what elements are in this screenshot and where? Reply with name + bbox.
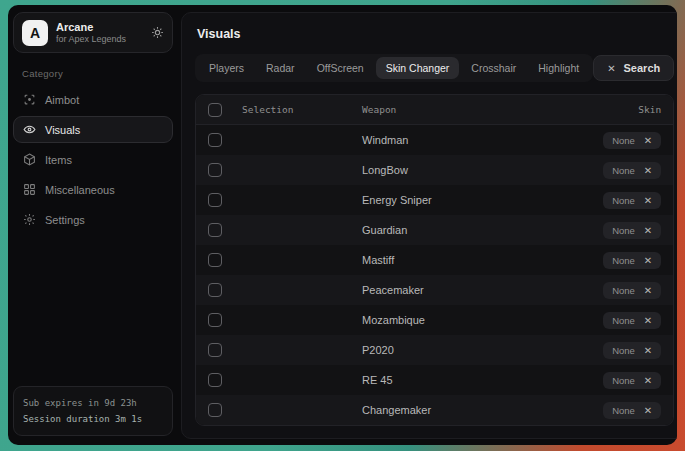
clear-skin-icon[interactable]: ✕ (644, 285, 652, 296)
sidebar-item-label: Settings (45, 214, 85, 226)
table-row: Windman None ✕ (196, 125, 673, 155)
row-checkbox[interactable] (208, 163, 222, 177)
clear-skin-icon[interactable]: ✕ (644, 315, 652, 326)
brand-settings-icon[interactable] (151, 26, 164, 39)
skin-select[interactable]: None ✕ (603, 402, 661, 419)
brand-card: A Arcane for Apex Legends (13, 12, 173, 53)
skin-value: None (612, 255, 635, 266)
table-row: Mastiff None ✕ (196, 245, 673, 275)
skin-value: None (612, 165, 635, 176)
gear-icon (23, 213, 36, 226)
tab-highlight[interactable]: Highlight (528, 57, 589, 79)
brand-text: Arcane for Apex Legends (56, 21, 126, 44)
skin-value: None (612, 375, 635, 386)
column-header-weapon: Weapon (362, 104, 571, 115)
clear-skin-icon[interactable]: ✕ (644, 375, 652, 386)
clear-skin-icon[interactable]: ✕ (644, 225, 652, 236)
table-row: Peacemaker None ✕ (196, 275, 673, 305)
table-row: LongBow None ✕ (196, 155, 673, 185)
grid-icon (23, 183, 36, 196)
table-row: Guardian None ✕ (196, 215, 673, 245)
tab-crosshair[interactable]: Crosshair (461, 57, 526, 79)
eye-icon (23, 123, 36, 136)
skin-value: None (612, 345, 635, 356)
clear-skin-icon[interactable]: ✕ (644, 405, 652, 416)
clear-skin-icon[interactable]: ✕ (644, 165, 652, 176)
skin-select[interactable]: None ✕ (603, 282, 661, 299)
weapon-name: Energy Sniper (362, 194, 571, 206)
app-window: A Arcane for Apex Legends Category Aimbo… (8, 5, 677, 445)
column-header-skin: Skin (571, 104, 661, 115)
skin-select[interactable]: None ✕ (603, 162, 661, 179)
tab-skin-changer[interactable]: Skin Changer (376, 57, 460, 79)
skin-select[interactable]: None ✕ (603, 192, 661, 209)
tab-offscreen[interactable]: OffScreen (307, 57, 374, 79)
row-checkbox[interactable] (208, 133, 222, 147)
table-row: P2020 None ✕ (196, 335, 673, 365)
skin-value: None (612, 225, 635, 236)
row-checkbox[interactable] (208, 223, 222, 237)
skin-value: None (612, 195, 635, 206)
page-title: Visuals (197, 27, 674, 41)
column-header-selection: Selection (242, 104, 362, 115)
sidebar-item-miscellaneous[interactable]: Miscellaneous (13, 176, 173, 203)
session-duration-text: Session duration 3m 1s (23, 411, 163, 427)
clear-skin-icon[interactable]: ✕ (644, 195, 652, 206)
clear-skin-icon[interactable]: ✕ (644, 135, 652, 146)
row-checkbox[interactable] (208, 253, 222, 267)
skin-select[interactable]: None ✕ (603, 252, 661, 269)
weapon-name: Guardian (362, 224, 571, 236)
row-checkbox[interactable] (208, 373, 222, 387)
weapon-name: Mozambique (362, 314, 571, 326)
skin-table: Selection Weapon Skin Windman None ✕ (195, 94, 674, 426)
sidebar-item-visuals[interactable]: Visuals (13, 116, 173, 143)
table-row: RE 45 None ✕ (196, 365, 673, 395)
search-button-label: Search (624, 62, 661, 74)
sidebar-item-aimbot[interactable]: Aimbot (13, 86, 173, 113)
weapon-name: Windman (362, 134, 571, 146)
row-checkbox[interactable] (208, 403, 222, 417)
skin-select[interactable]: None ✕ (603, 222, 661, 239)
weapon-name: Mastiff (362, 254, 571, 266)
skin-select[interactable]: None ✕ (603, 132, 661, 149)
toolbar: Players Radar OffScreen Skin Changer Cro… (195, 54, 674, 82)
sidebar-item-items[interactable]: Items (13, 146, 173, 173)
weapon-name: RE 45 (362, 374, 571, 386)
search-icon: ✕ (607, 63, 615, 74)
clear-skin-icon[interactable]: ✕ (644, 345, 652, 356)
category-label: Category (22, 68, 173, 79)
sidebar-item-label: Visuals (45, 124, 80, 136)
table-header-row: Selection Weapon Skin (196, 95, 673, 125)
skin-select[interactable]: None ✕ (603, 342, 661, 359)
skin-value: None (612, 405, 635, 416)
table-row: Energy Sniper None ✕ (196, 185, 673, 215)
skin-select[interactable]: None ✕ (603, 312, 661, 329)
tab-players[interactable]: Players (199, 57, 254, 79)
cube-icon (23, 153, 36, 166)
sidebar-item-label: Aimbot (45, 94, 79, 106)
sidebar-nav: Aimbot Visuals Items (13, 86, 173, 233)
weapon-name: Changemaker (362, 404, 571, 416)
tab-radar[interactable]: Radar (256, 57, 305, 79)
table-row: Changemaker None ✕ (196, 395, 673, 425)
row-checkbox[interactable] (208, 283, 222, 297)
search-button[interactable]: ✕ Search (593, 55, 674, 81)
main-panel: Visuals Players Radar OffScreen Skin Cha… (181, 12, 677, 439)
table-body: Windman None ✕ LongBow None ✕ (196, 125, 673, 425)
sub-expiry-text: Sub expires in 9d 23h (23, 395, 163, 411)
crosshair-icon (23, 93, 36, 106)
weapon-name: Peacemaker (362, 284, 571, 296)
row-checkbox[interactable] (208, 343, 222, 357)
row-checkbox[interactable] (208, 313, 222, 327)
tab-bar: Players Radar OffScreen Skin Changer Cro… (195, 54, 593, 82)
sidebar: A Arcane for Apex Legends Category Aimbo… (8, 5, 178, 445)
row-checkbox[interactable] (208, 193, 222, 207)
clear-skin-icon[interactable]: ✕ (644, 255, 652, 266)
sidebar-item-label: Miscellaneous (45, 184, 115, 196)
skin-select[interactable]: None ✕ (603, 372, 661, 389)
brand-subtitle: for Apex Legends (56, 34, 126, 44)
select-all-checkbox[interactable] (208, 103, 222, 117)
weapon-name: LongBow (362, 164, 571, 176)
sidebar-item-settings[interactable]: Settings (13, 206, 173, 233)
sidebar-item-label: Items (45, 154, 72, 166)
